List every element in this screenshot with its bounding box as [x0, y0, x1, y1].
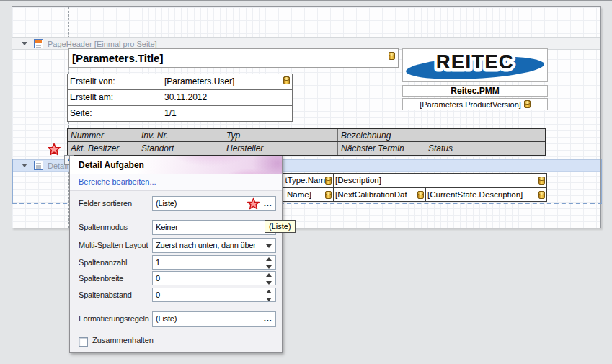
formatting-rules-label: Formatierungsregeln	[79, 311, 149, 327]
spinner-buttons[interactable]	[266, 257, 272, 269]
sort-fields-label: Felder sortieren	[79, 196, 132, 211]
column-header[interactable]: Akt. Besitzer	[68, 142, 138, 155]
column-header[interactable]: Nächster Termin	[338, 142, 425, 155]
table-row[interactable]: Erstellt am: 30.11.2012	[68, 90, 292, 106]
spin-up-icon[interactable]	[266, 257, 272, 261]
data-field-cell[interactable]: [Description]	[333, 173, 547, 187]
column-mode-label: Spaltenmodus	[79, 220, 128, 235]
info-value: 1/1	[164, 108, 177, 118]
database-field-icon	[389, 52, 395, 60]
database-field-icon	[524, 100, 531, 108]
column-spacing-label: Spaltenabstand	[79, 288, 132, 303]
ellipsis-button[interactable]: …	[263, 197, 272, 210]
keep-together-checkbox[interactable]	[79, 337, 88, 347]
sort-fields-star-icon	[48, 143, 61, 156]
field-text: [Description]	[335, 174, 381, 187]
info-value: 30.11.2012	[164, 92, 207, 102]
report-title-field[interactable]: [Parameters.Title]	[68, 48, 399, 68]
column-header[interactable]: Inv. Nr.	[138, 129, 223, 141]
spin-down-icon[interactable]	[266, 298, 272, 301]
column-width-stepper[interactable]: 0	[152, 271, 276, 285]
table-row[interactable]: Seite: 1/1	[68, 106, 292, 121]
multi-column-layout-value: Zuerst nach unten, dann über	[156, 241, 256, 249]
spin-down-icon[interactable]	[266, 265, 272, 269]
table-row: Akt. Besitzer Standort Hersteller Nächst…	[68, 142, 545, 155]
column-spacing-value: 0	[156, 290, 160, 299]
column-mode-input[interactable]: Keiner	[152, 220, 276, 235]
detail-tasks-popup: Detail Aufgaben Bereiche bearbeiten... F…	[69, 156, 283, 353]
column-header[interactable]: Typ	[223, 129, 338, 141]
report-info-table[interactable]: Erstellt von: [Parameters.User] Erstellt…	[67, 74, 293, 122]
table-row[interactable]: Erstellt von: [Parameters.User]	[68, 74, 292, 90]
sort-fields-value: (Liste)	[156, 199, 177, 208]
column-width-label: Spaltenbreite	[79, 271, 123, 286]
spin-down-icon[interactable]	[266, 281, 272, 285]
info-label: Erstellt am:	[68, 90, 161, 105]
column-header-table[interactable]: Nummer Inv. Nr. Typ Bezeichnung Akt. Bes…	[67, 128, 546, 156]
field-text: [CurrentState.Description]	[427, 189, 523, 201]
data-field-cell[interactable]: [NextCalibrationDat	[333, 187, 426, 202]
field-text: [NextCalibrationDat	[335, 189, 407, 201]
info-label: Seite:	[68, 106, 161, 121]
column-spacing-stepper[interactable]: 0	[152, 288, 276, 302]
sort-fields-input[interactable]: (Liste) …	[152, 196, 276, 211]
spinner-buttons[interactable]	[266, 273, 272, 285]
column-count-stepper[interactable]: 1	[152, 255, 276, 270]
database-field-icon	[325, 177, 332, 185]
database-field-icon	[325, 191, 332, 199]
column-header[interactable]: Status	[425, 142, 545, 155]
collapse-arrow-icon[interactable]	[22, 42, 27, 45]
product-version-field[interactable]: [Parameters.ProductVersion]	[402, 98, 548, 110]
column-width-value: 0	[156, 274, 160, 283]
pageheader-band-icon	[34, 39, 43, 48]
column-header[interactable]: Hersteller	[223, 142, 338, 155]
popup-title: Detail Aufgaben	[70, 156, 282, 174]
edit-bands-link[interactable]: Bereiche bearbeiten...	[79, 177, 156, 186]
detail-row: Name] [NextCalibrationDat [CurrentState.…	[246, 187, 547, 202]
formatting-rules-value: (Liste)	[156, 314, 177, 323]
tooltip: (Liste)	[265, 220, 296, 233]
report-designer-canvas: PageHeader [Einmal pro Seite] [Parameter…	[0, 0, 612, 364]
tooltip-text: (Liste)	[269, 222, 291, 231]
field-text: Name]	[287, 189, 311, 201]
keep-together-label: Zusammenhalten	[92, 336, 154, 345]
column-count-label: Spaltenanzahl	[79, 255, 127, 270]
database-field-icon	[417, 191, 424, 199]
product-name-text: Reitec.PMM	[451, 86, 499, 96]
reitec-logo-image[interactable]: REITEC REITEC	[402, 48, 548, 82]
ellipsis-button[interactable]: …	[263, 312, 272, 325]
formatting-rules-input[interactable]: (Liste) …	[152, 311, 276, 327]
reitec-logo-graphic: REITEC REITEC	[403, 49, 547, 81]
sort-fields-star-icon	[247, 197, 260, 210]
collapse-arrow-icon[interactable]	[22, 164, 27, 167]
column-mode-value: Keiner	[156, 223, 178, 231]
column-count-value: 1	[156, 258, 160, 267]
database-field-icon	[538, 177, 545, 185]
spin-up-icon[interactable]	[266, 290, 272, 293]
multi-column-layout-label: Multi-Spalten Layout	[79, 238, 148, 253]
info-value: [Parameters.User]	[164, 76, 234, 86]
column-header[interactable]: Standort	[138, 142, 223, 155]
info-label: Erstellt von:	[68, 74, 161, 89]
spin-up-icon[interactable]	[266, 273, 272, 277]
pageheader-band-label: PageHeader [Einmal pro Seite]	[48, 40, 157, 48]
chevron-down-icon[interactable]	[266, 244, 272, 248]
field-text: tType.Nam	[285, 174, 325, 187]
detail-band-icon	[34, 161, 43, 170]
column-header[interactable]: Bezeichnung	[338, 129, 545, 141]
multi-column-layout-select[interactable]: Zuerst nach unten, dann über	[152, 238, 276, 253]
popup-link-row: Bereiche bearbeiten...	[70, 174, 282, 191]
product-version-text: [Parameters.ProductVersion]	[420, 100, 521, 109]
column-header[interactable]: Nummer	[68, 129, 138, 141]
spinner-buttons[interactable]	[266, 290, 272, 301]
product-name-field[interactable]: Reitec.PMM	[402, 85, 548, 97]
svg-text:REITEC: REITEC	[436, 51, 514, 73]
database-field-icon	[538, 191, 545, 199]
database-field-icon	[283, 76, 290, 84]
data-field-cell[interactable]: [CurrentState.Description]	[425, 187, 547, 202]
report-title-text: [Parameters.Title]	[72, 52, 163, 64]
table-row: Nummer Inv. Nr. Typ Bezeichnung	[68, 129, 545, 142]
detail-row: tType.Nam [Description]	[246, 173, 547, 187]
